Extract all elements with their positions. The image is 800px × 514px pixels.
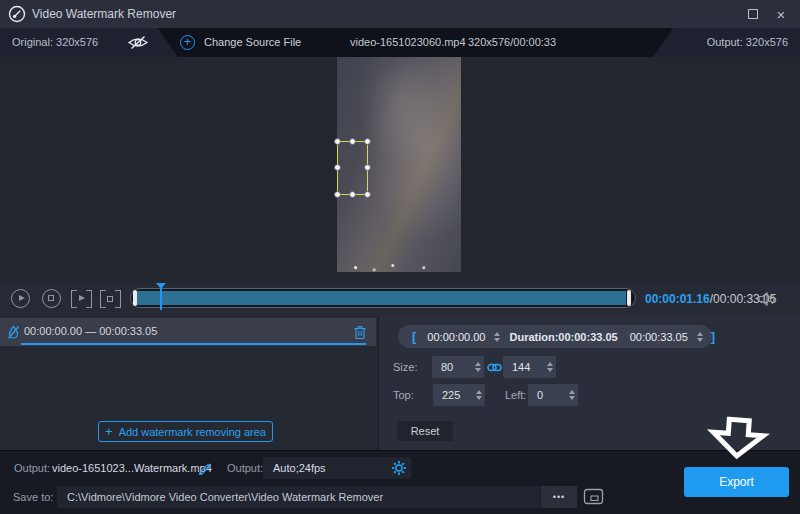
watermark-icon: [7, 325, 20, 340]
app-logo-icon: [8, 5, 26, 23]
output-name-label: Output:: [14, 457, 50, 479]
export-button[interactable]: Export: [684, 467, 789, 497]
window-title: Video Watermark Remover: [32, 0, 176, 28]
top-label: Top:: [393, 384, 414, 406]
set-start-bracket-button[interactable]: [: [407, 329, 421, 344]
export-arrow-icon: [705, 416, 771, 464]
transport-bar: 00:00:01.16/00:00:33.05: [0, 283, 800, 315]
frame-stop-icon[interactable]: [100, 290, 121, 308]
output-format-select[interactable]: Auto;24fps: [263, 457, 411, 479]
height-stepper[interactable]: [544, 362, 556, 372]
output-filename: video-1651023...Watermark.mp4: [52, 457, 212, 479]
browse-button[interactable]: •••: [541, 486, 577, 508]
duration-label: Duration:00:00:33.05: [503, 331, 623, 343]
size-label: Size:: [393, 356, 417, 378]
height-input[interactable]: 144: [503, 356, 556, 378]
top-stepper[interactable]: [473, 390, 485, 400]
playhead[interactable]: [160, 287, 162, 310]
titlebar: Video Watermark Remover ×: [0, 0, 800, 28]
output-resolution-label: Output: 320x576: [707, 28, 788, 57]
change-source-button[interactable]: Change Source File: [204, 28, 301, 57]
close-icon[interactable]: ×: [768, 0, 794, 28]
timeline-fill: [137, 291, 626, 305]
folder-icon[interactable]: [583, 488, 604, 509]
settings-icon[interactable]: [391, 460, 407, 480]
info-bar: Original: 320x576 + Change Source File v…: [0, 28, 800, 57]
app-window: Video Watermark Remover × Original: 320x…: [0, 0, 800, 514]
video-frame[interactable]: [337, 57, 461, 272]
start-time-stepper[interactable]: [491, 332, 503, 342]
footer-bar: Output: video-1651023...Watermark.mp4 Ou…: [0, 450, 800, 514]
trim-start-handle[interactable]: [133, 290, 137, 306]
trim-time-group: [ 00:00:00.00 Duration:00:00:33.05 00:00…: [398, 325, 712, 348]
preview-area: [0, 57, 800, 283]
resize-handle[interactable]: [349, 138, 356, 145]
volume-icon[interactable]: [758, 292, 776, 310]
time-display: 00:00:01.16/00:00:33.05: [645, 283, 776, 315]
play-icon[interactable]: [11, 289, 30, 308]
original-resolution-label: Original: 320x576: [12, 28, 98, 57]
timeline-scrubber[interactable]: [130, 288, 636, 308]
link-icon[interactable]: [487, 360, 502, 378]
set-end-bracket-button[interactable]: ]: [706, 329, 720, 344]
add-source-icon[interactable]: +: [180, 35, 195, 50]
save-path-input[interactable]: C:\Vidmore\Vidmore Video Converter\Video…: [57, 486, 540, 508]
resize-handle[interactable]: [349, 191, 356, 198]
top-input[interactable]: 225: [433, 384, 485, 406]
start-time-input[interactable]: 00:00:00.00: [421, 331, 491, 343]
lower-panels: 00:00:00.00 — 00:00:33.05 + Add watermar…: [0, 315, 800, 450]
end-time-stepper[interactable]: [694, 332, 706, 342]
stop-icon[interactable]: [42, 289, 61, 308]
watermark-segment-row[interactable]: 00:00:00.00 — 00:00:33.05: [0, 318, 376, 346]
save-to-label: Save to:: [13, 486, 53, 508]
resize-handle[interactable]: [334, 138, 341, 145]
resize-handle[interactable]: [364, 191, 371, 198]
source-meta: 320x576/00:00:33: [468, 28, 556, 57]
left-label: Left:: [505, 384, 526, 406]
left-stepper[interactable]: [566, 390, 578, 400]
reset-button[interactable]: Reset: [397, 421, 453, 441]
maximize-icon[interactable]: [740, 0, 766, 28]
current-time: 00:00:01.16: [645, 292, 710, 306]
source-filename: video-1651023060.mp4: [350, 28, 466, 57]
end-time-input[interactable]: 00:00:33.05: [624, 331, 694, 343]
plus-icon: +: [105, 425, 113, 438]
resize-handle[interactable]: [364, 138, 371, 145]
output-format-label: Output:: [227, 457, 263, 479]
watermark-selection-box[interactable]: [337, 141, 368, 195]
edit-icon[interactable]: [198, 461, 212, 479]
width-input[interactable]: 80: [432, 356, 484, 378]
add-watermark-area-button[interactable]: + Add watermark removing area: [98, 421, 273, 442]
playhead-marker[interactable]: [156, 283, 166, 289]
delete-icon[interactable]: [353, 324, 367, 340]
trim-end-handle[interactable]: [627, 290, 631, 306]
left-input[interactable]: 0: [528, 384, 578, 406]
resize-handle[interactable]: [334, 164, 341, 171]
segment-time-range: 00:00:00.00 — 00:00:33.05: [24, 318, 157, 344]
width-stepper[interactable]: [472, 362, 484, 372]
segment-active-underline: [21, 343, 366, 345]
frame-play-icon[interactable]: [71, 290, 92, 308]
resize-handle[interactable]: [334, 191, 341, 198]
eye-hidden-icon[interactable]: [127, 35, 149, 54]
watermark-list-panel: 00:00:00.00 — 00:00:33.05 + Add watermar…: [0, 315, 378, 450]
resize-handle[interactable]: [364, 164, 371, 171]
